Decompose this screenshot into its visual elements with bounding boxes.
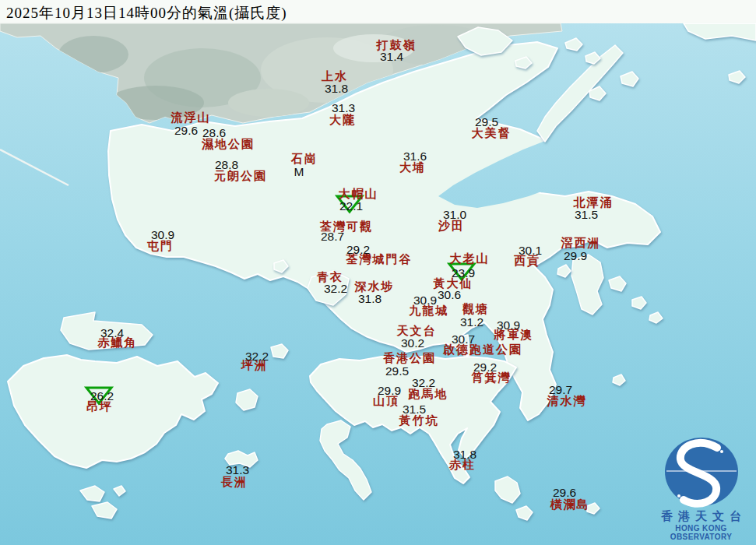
- hong-kong-basemap: [0, 0, 756, 545]
- hko-logo-icon: [663, 436, 740, 508]
- map-title: 2025年10月13日14時00分的氣溫(攝氏度): [6, 3, 287, 23]
- hko-logo-name-en: HONG KONG OBSERVATORY: [646, 524, 756, 541]
- temperature-map: 打鼓嶺31.4上水31.8大隴31.3大美督29.5流浮山29.6濕地公園28.…: [0, 0, 756, 545]
- hko-logo: 香港天文台 HONG KONG OBSERVATORY: [646, 436, 756, 545]
- hko-logo-name-zh: 香港天文台: [646, 509, 756, 524]
